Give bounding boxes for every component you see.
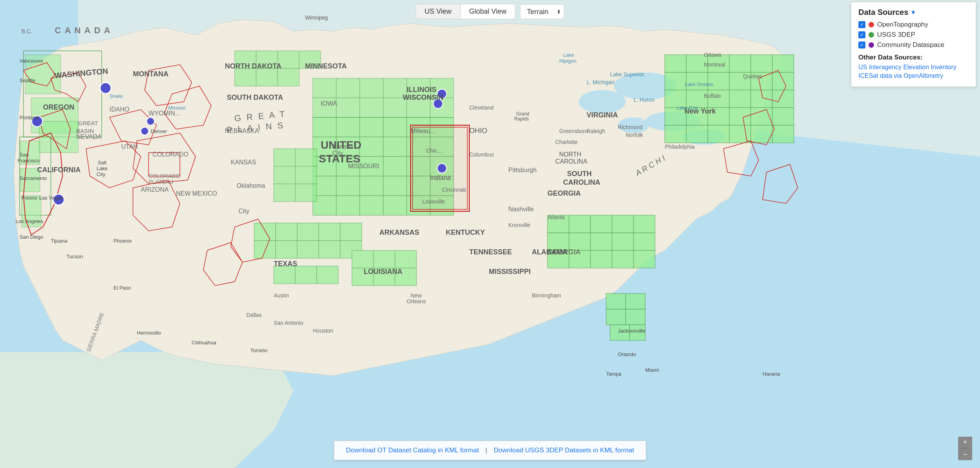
svg-text:TENNESSEE: TENNESSEE: [469, 248, 512, 256]
svg-rect-140: [256, 68, 278, 86]
svg-text:Richmond: Richmond: [618, 124, 643, 130]
kml-download-link[interactable]: Download OT Dataset Catalog in KML forma…: [346, 446, 479, 454]
svg-text:STATES: STATES: [319, 153, 360, 165]
svg-rect-110: [274, 149, 295, 166]
svg-rect-129: [352, 250, 373, 268]
svg-rect-93: [634, 215, 655, 233]
svg-text:Charlotte: Charlotte: [555, 139, 578, 145]
svg-text:NEVADA: NEVADA: [76, 133, 102, 140]
svg-point-146: [141, 127, 149, 135]
svg-text:TEXAS: TEXAS: [274, 260, 297, 268]
usgs-download-link[interactable]: Download USGS 3DEP Datasets in KML forma…: [494, 446, 634, 454]
svg-text:Jacksonville: Jacksonville: [618, 328, 645, 334]
svg-rect-83: [665, 125, 686, 143]
svg-text:Atlanta: Atlanta: [547, 214, 565, 220]
svg-text:Lake: Lake: [563, 52, 574, 58]
svg-text:CAROLINA: CAROLINA: [563, 178, 600, 186]
checkbox-opentopo[interactable]: ✓: [858, 21, 865, 28]
svg-rect-126: [274, 266, 295, 284]
svg-rect-114: [274, 184, 295, 202]
svg-text:NORTH DAKOTA: NORTH DAKOTA: [225, 62, 282, 70]
svg-text:Torreón: Torreón: [250, 347, 267, 353]
us-view-button[interactable]: US View: [416, 4, 460, 19]
svg-text:Houston: Houston: [313, 328, 333, 334]
svg-text:MISSISSIPPI: MISSISSIPPI: [489, 268, 531, 275]
svg-text:Los Angeles: Los Angeles: [16, 218, 43, 224]
zoom-out-button[interactable]: −: [958, 448, 972, 460]
svg-text:GEORGIA: GEORGIA: [547, 248, 580, 256]
svg-rect-116: [254, 223, 276, 241]
svg-rect-97: [612, 233, 634, 250]
svg-text:IOWA: IOWA: [321, 100, 337, 107]
svg-text:UNITED: UNITED: [321, 139, 361, 151]
svg-text:Vancouver: Vancouver: [20, 58, 44, 64]
svg-rect-131: [395, 250, 416, 268]
source-label-community: Community Dataspace: [877, 41, 944, 49]
svg-text:New: New: [411, 292, 422, 299]
svg-rect-141: [278, 68, 299, 86]
svg-text:Dallas: Dallas: [246, 312, 262, 318]
svg-text:IDAHO: IDAHO: [109, 106, 129, 113]
svg-rect-128: [317, 266, 338, 284]
svg-rect-44: [313, 78, 336, 98]
svg-text:Milwau...: Milwau...: [411, 128, 435, 134]
svg-rect-90: [569, 215, 591, 233]
svg-text:WYOMIN...: WYOMIN...: [149, 110, 180, 117]
svg-text:Las Vegas: Las Vegas: [39, 195, 63, 201]
svg-rect-107: [626, 309, 645, 325]
svg-rect-103: [634, 250, 655, 268]
svg-rect-33: [336, 176, 360, 196]
toolbar: US View Global View Terrain Satellite St…: [416, 4, 564, 19]
svg-text:MINNESOTA: MINNESOTA: [305, 62, 347, 70]
svg-text:Lake Ontario: Lake Ontario: [684, 81, 713, 87]
source-item-opentopo: ✓ OpenTopography: [858, 21, 969, 29]
svg-rect-127: [295, 266, 317, 284]
svg-text:Phoenix: Phoenix: [113, 238, 132, 244]
svg-rect-16: [360, 117, 383, 137]
svg-rect-29: [383, 157, 407, 176]
svg-text:UTAH: UTAH: [121, 143, 138, 150]
svg-text:Quebec: Quebec: [743, 73, 762, 79]
svg-text:ILLINOIS: ILLINOIS: [407, 86, 436, 94]
svg-rect-39: [336, 196, 360, 215]
svg-rect-15: [336, 117, 360, 137]
svg-text:Grand: Grand: [516, 111, 529, 117]
dot-green-usgs: [869, 32, 874, 38]
chevron-down-icon[interactable]: ▾: [912, 9, 915, 16]
checkbox-community[interactable]: ✓: [858, 41, 865, 49]
elevation-inventory-link[interactable]: US Interagency Elevation Inventory: [858, 64, 969, 71]
svg-text:Rapids: Rapids: [514, 116, 529, 122]
svg-text:Sacramento: Sacramento: [20, 175, 47, 181]
svg-text:Cincinnati: Cincinnati: [442, 187, 466, 193]
icesat-link[interactable]: ICESat data via OpenAltimetry: [858, 72, 969, 79]
source-item-usgs: ✓ USGS 3DEP: [858, 31, 969, 39]
svg-text:Denver: Denver: [151, 128, 167, 134]
svg-text:Lake Erie: Lake Erie: [677, 105, 698, 111]
svg-text:Miami: Miami: [645, 367, 659, 373]
svg-point-1: [579, 90, 626, 113]
svg-rect-122: [276, 241, 297, 258]
svg-text:GREAT: GREAT: [78, 120, 98, 126]
map-container[interactable]: WASHINGTON OREGON CALIFORNIA NEVADA GREA…: [0, 0, 980, 468]
global-view-button[interactable]: Global View: [460, 4, 515, 19]
svg-rect-46: [360, 78, 383, 98]
svg-text:GEORGIA: GEORGIA: [547, 189, 581, 197]
svg-text:Missouri: Missouri: [168, 105, 186, 111]
svg-text:City: City: [239, 208, 249, 214]
checkbox-usgs[interactable]: ✓: [858, 31, 865, 38]
data-sources-panel: Data Sources ▾ ✓ OpenTopography ✓ USGS 3…: [851, 2, 976, 87]
svg-text:Greensboro: Greensboro: [559, 128, 588, 134]
svg-text:City: City: [97, 171, 106, 177]
bottom-bar: Download OT Dataset Catalog in KML forma…: [334, 441, 646, 460]
svg-text:Pittsburgh: Pittsburgh: [508, 167, 537, 173]
svg-text:San Antonio: San Antonio: [274, 320, 303, 326]
zoom-in-button[interactable]: +: [958, 437, 972, 448]
panel-title: Data Sources ▾: [858, 8, 969, 17]
svg-rect-22: [360, 137, 383, 157]
panel-title-text: Data Sources: [858, 8, 908, 17]
svg-text:Portland: Portland: [20, 115, 38, 121]
svg-text:Orlando: Orlando: [618, 351, 636, 357]
svg-text:Tampa: Tampa: [606, 371, 622, 377]
terrain-select[interactable]: Terrain Satellite Street: [520, 4, 564, 19]
svg-rect-120: [340, 223, 362, 241]
